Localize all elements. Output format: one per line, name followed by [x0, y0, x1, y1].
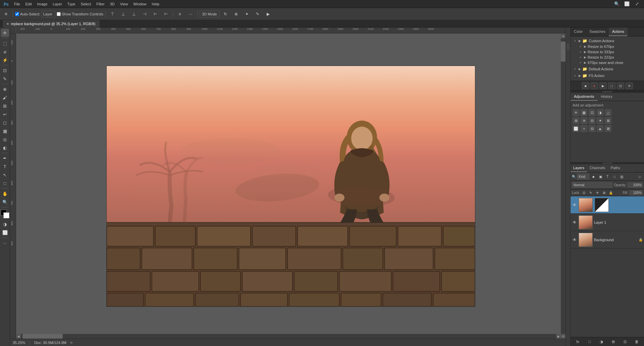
- new-action-set-btn[interactable]: □: [608, 82, 615, 89]
- workspace-icon[interactable]: ⬜: [623, 0, 631, 8]
- lock-artboard-btn[interactable]: ⊞: [601, 190, 607, 195]
- align-vcenter-btn[interactable]: ⊥: [118, 9, 128, 19]
- new-group-btn[interactable]: ⊞: [610, 339, 616, 345]
- menu-file[interactable]: File: [14, 2, 20, 6]
- scroll-thumb-h[interactable]: [22, 334, 63, 339]
- lasso-tool[interactable]: ⌀: [1, 48, 9, 56]
- menu-window[interactable]: Window: [133, 2, 146, 6]
- clone-tool[interactable]: ⊞: [1, 102, 9, 110]
- menu-select[interactable]: Select: [81, 2, 91, 6]
- add-mask-btn[interactable]: □: [586, 339, 593, 345]
- hand-tool[interactable]: ✋: [1, 190, 9, 198]
- vertical-scrollbar[interactable]: ▲ ▼: [561, 33, 566, 339]
- healing-tool[interactable]: ⊕: [1, 85, 9, 93]
- extra-tools-btn[interactable]: ···: [1, 239, 9, 247]
- search-icon[interactable]: 🔍: [612, 0, 621, 8]
- status-arrow[interactable]: ▶: [70, 340, 73, 345]
- scroll-down-btn[interactable]: ▼: [561, 334, 566, 339]
- path-tool[interactable]: ↖: [1, 171, 9, 179]
- expand-icon[interactable]: ⤢: [633, 0, 641, 8]
- adj-channelmix-btn[interactable]: ⊞: [605, 117, 611, 124]
- adj-levels-btn[interactable]: ▦: [581, 109, 587, 116]
- adj-curves-btn[interactable]: ⊡: [589, 109, 595, 116]
- layer-eye-1[interactable]: 👁: [572, 220, 577, 225]
- blend-mode-dropdown[interactable]: Normal Multiply Screen Overlay: [572, 182, 612, 188]
- new-action-btn[interactable]: ⊡: [617, 82, 624, 89]
- auto-select-dropdown[interactable]: Layer Group: [42, 11, 55, 17]
- adj-colorbalance-btn[interactable]: ≋: [581, 117, 587, 124]
- fs-action-header[interactable]: ✓ ▶ 📁 FS Action: [572, 73, 643, 79]
- move-tool-btn[interactable]: ✛: [1, 9, 11, 19]
- action-item-333[interactable]: ✓ ▶ Resize to 333px: [572, 49, 643, 55]
- menu-edit[interactable]: Edit: [25, 2, 32, 6]
- menu-help[interactable]: Help: [152, 2, 160, 6]
- more-options-btn[interactable]: ···: [186, 9, 195, 19]
- eraser-tool[interactable]: ◻: [1, 119, 9, 127]
- layer-item-1-masked[interactable]: 👁: [571, 196, 644, 214]
- adj-selectivecolor-btn[interactable]: ⊠: [605, 125, 611, 132]
- delete-action-btn[interactable]: ✕: [626, 82, 633, 89]
- snap-btn[interactable]: ✦: [242, 9, 252, 19]
- adj-bw-btn[interactable]: ⊟: [589, 117, 595, 124]
- filter-adj-btn[interactable]: ▣: [597, 174, 603, 180]
- filter-shape-btn[interactable]: □: [611, 174, 618, 180]
- background-color[interactable]: [3, 212, 9, 218]
- auto-select-check[interactable]: Auto-Select:: [15, 12, 40, 16]
- rotation-btn[interactable]: ↻: [221, 9, 230, 19]
- adj-photofilter-btn[interactable]: ✦: [597, 117, 603, 124]
- brush-tool[interactable]: 🖌: [1, 93, 9, 101]
- align-top-btn[interactable]: ⊤: [108, 9, 117, 19]
- horizontal-scrollbar[interactable]: ◀ ▶: [16, 334, 561, 339]
- custom-actions-header[interactable]: ✓ ▶ 📁 Custom Actions: [572, 38, 643, 44]
- adj-posterize-btn[interactable]: ≈: [581, 125, 587, 132]
- filter-toggle-btn[interactable]: ◎: [637, 174, 643, 180]
- eyedropper-tool[interactable]: ✎: [1, 75, 9, 83]
- play-btn[interactable]: ▶: [599, 82, 607, 89]
- adj-threshold-btn[interactable]: ⊟: [589, 125, 595, 132]
- align-right-btn[interactable]: ⊢: [161, 9, 171, 19]
- adj-brightness-btn[interactable]: ☀: [573, 109, 579, 116]
- menu-type[interactable]: Type: [67, 2, 75, 6]
- shape-tool[interactable]: □: [1, 179, 9, 187]
- adj-exposure-btn[interactable]: ◑: [597, 109, 603, 116]
- action-item-670-save[interactable]: ✓ ▶ 670px save and close: [572, 60, 643, 65]
- menu-3d[interactable]: 3D: [110, 2, 115, 6]
- menu-filter[interactable]: Filter: [96, 2, 104, 6]
- zoom-tool[interactable]: 🔍: [1, 198, 9, 206]
- filter-pixel-btn[interactable]: ■: [590, 174, 596, 180]
- tab-channels[interactable]: Channels: [587, 164, 608, 172]
- scroll-right-btn[interactable]: ▶: [556, 334, 561, 339]
- menu-view[interactable]: View: [120, 2, 128, 6]
- scroll-thumb-v[interactable]: [561, 42, 566, 62]
- opacity-input[interactable]: [628, 183, 643, 188]
- new-layer-btn[interactable]: ⊡: [622, 339, 628, 345]
- magnet-btn[interactable]: ⊕: [231, 9, 241, 19]
- adj-invert-btn[interactable]: ⬜: [573, 125, 579, 132]
- screen-mode-btn[interactable]: ⬜: [1, 228, 9, 236]
- canvas-viewport[interactable]: ▲ ▼ ◀ ▶: [16, 33, 566, 339]
- layers-filter-dropdown[interactable]: Kind Name Effect: [577, 174, 589, 180]
- dodge-tool[interactable]: ◐: [1, 144, 9, 152]
- blur-tool[interactable]: ◎: [1, 135, 9, 143]
- default-actions-header[interactable]: ✓ ▶ 📁 Default Actions: [572, 66, 643, 72]
- action-item-670[interactable]: ✓ ▶ Resize to 670px: [572, 44, 643, 49]
- auto-select-checkbox[interactable]: [15, 12, 19, 16]
- action-item-222[interactable]: ✓ ▶ Resize to 222px: [572, 55, 643, 60]
- show-transform-check[interactable]: Show Transform Controls: [57, 12, 103, 16]
- menu-image[interactable]: Image: [37, 2, 48, 6]
- layer-eye-bg[interactable]: 👁: [572, 237, 577, 243]
- layer-eye-1-masked[interactable]: 👁: [572, 202, 577, 208]
- lock-position-btn[interactable]: ✛: [595, 190, 600, 195]
- marquee-tool[interactable]: ⬚: [1, 39, 9, 47]
- lock-all-btn[interactable]: 🔒: [608, 190, 613, 195]
- align-hcenter-btn[interactable]: ⊢: [151, 9, 160, 19]
- fill-input[interactable]: [629, 190, 643, 195]
- filter-type-btn[interactable]: T: [604, 174, 610, 180]
- scroll-up-btn[interactable]: ▲: [561, 33, 566, 38]
- tab-color[interactable]: Color: [571, 27, 586, 36]
- distribute-btn[interactable]: ≡: [175, 9, 184, 19]
- menu-layer[interactable]: Layer: [53, 2, 62, 6]
- 3d-mode-btn[interactable]: 3D Mode: [200, 11, 219, 17]
- quick-select-tool[interactable]: ⚡: [1, 56, 9, 64]
- history-brush[interactable]: ↩: [1, 110, 9, 118]
